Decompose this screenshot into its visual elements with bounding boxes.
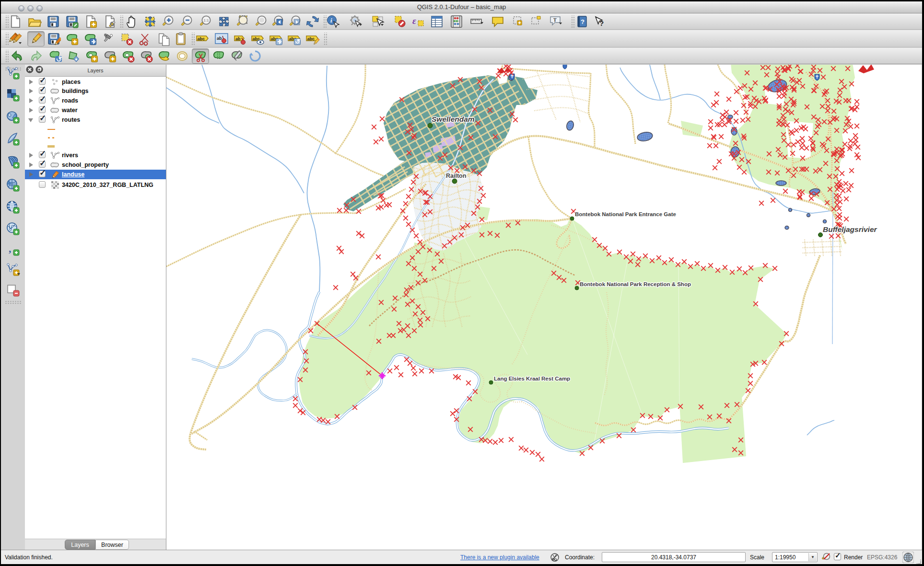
svg-text:ε: ε <box>412 16 416 26</box>
svg-text:?: ? <box>581 18 585 25</box>
svg-text:abc: abc <box>198 36 205 41</box>
svg-text:i: i <box>330 17 332 24</box>
svg-text:,: , <box>9 243 12 254</box>
svg-text:Bontebok National Park Recepti: Bontebok National Park Reception & Shop <box>580 281 691 287</box>
svg-text:Buffeljagsrivier: Buffeljagsrivier <box>823 225 877 233</box>
svg-text:Lang Elsies Kraal Rest Camp: Lang Elsies Kraal Rest Camp <box>494 376 570 381</box>
svg-text:T: T <box>553 17 557 23</box>
svg-text:1:1: 1:1 <box>204 18 209 23</box>
svg-text:Railton: Railton <box>446 173 466 179</box>
svg-text:abc: abc <box>307 36 315 41</box>
svg-text:Swellendam: Swellendam <box>432 115 475 123</box>
svg-text:Bontebok National Park Entranc: Bontebok National Park Entrance Gate <box>575 211 676 217</box>
svg-text:ab: ab <box>217 36 222 41</box>
svg-text:ab: ab <box>235 36 241 41</box>
svg-text:?: ? <box>599 19 604 27</box>
